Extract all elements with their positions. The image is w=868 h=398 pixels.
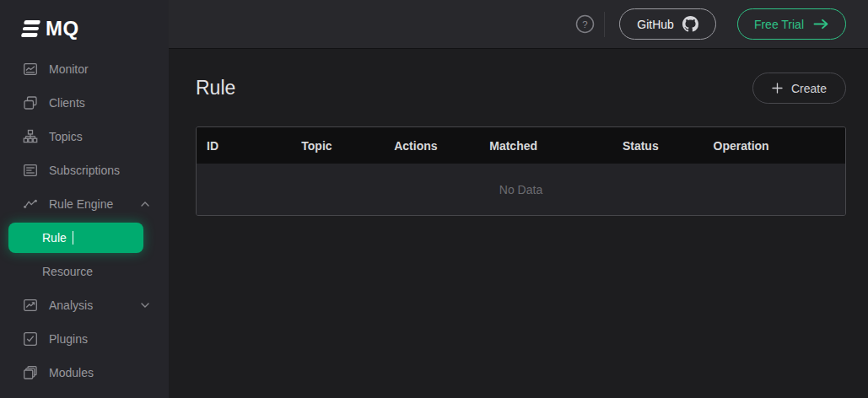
sidebar: MQ Monitor Clients [0,0,169,398]
sidebar-item-label: Subscriptions [49,164,120,177]
column-header-status: Status [612,139,704,153]
sidebar-item-label: Analysis [49,298,93,312]
sidebar-item-label: Plugins [49,332,88,346]
sidebar-item-clients[interactable]: Clients [0,86,169,120]
emq-logo: MQ [0,0,169,49]
arrow-right-icon [813,19,829,30]
column-header-id: ID [197,139,291,153]
sidebar-nav: Monitor Clients [0,52,169,390]
sidebar-subitem-label: Resource [42,265,93,278]
logo-text: MQ [46,17,79,40]
question-circle-icon[interactable]: ? [575,14,595,34]
github-icon [682,16,698,32]
main-content: Rule Create ID Topic Actions Matched Sta… [169,50,868,398]
sidebar-item-analysis[interactable]: Analysis [0,288,169,322]
create-button-label: Create [791,82,827,95]
rules-table: ID Topic Actions Matched Status Operatio… [196,126,846,216]
github-button-label: GitHub [637,18,674,31]
github-button[interactable]: GitHub [619,8,716,40]
sidebar-item-label: Topics [49,130,83,143]
sidebar-item-label: Rule Engine [49,197,113,211]
topbar-divider [604,12,605,37]
chevron-down-icon [141,303,149,308]
sidebar-item-rule-engine[interactable]: Rule Engine [0,187,169,221]
column-header-operation: Operation [704,139,845,153]
sidebar-item-label: Clients [49,96,85,110]
sidebar-subitem-label: Rule [42,231,67,245]
rule-engine-icon [23,196,38,212]
free-trial-button[interactable]: Free Trial [737,8,846,40]
table-empty-row: No Data [197,164,845,215]
sidebar-item-modules[interactable]: Modules [0,356,169,390]
emq-bars-logo [21,20,40,37]
modules-icon [23,365,38,380]
text-caret [73,231,74,245]
monitor-icon [23,62,38,77]
plus-icon [772,83,783,94]
clients-icon [23,95,38,110]
sidebar-subitem-resource[interactable]: Resource [0,255,169,288]
subscriptions-icon [23,163,38,178]
create-button[interactable]: Create [752,73,846,104]
page-header: Rule Create [196,73,846,104]
no-data-text: No Data [499,183,542,196]
free-trial-button-label: Free Trial [754,18,804,31]
sidebar-subitem-rule[interactable]: Rule [8,223,143,253]
column-header-topic: Topic [291,139,384,153]
chevron-up-icon [141,202,149,207]
sidebar-item-subscriptions[interactable]: Subscriptions [0,153,169,187]
sidebar-item-label: Modules [49,366,94,379]
sidebar-item-monitor[interactable]: Monitor [0,52,169,86]
column-header-matched: Matched [479,139,612,153]
sidebar-item-plugins[interactable]: Plugins [0,322,169,356]
topics-icon [23,129,38,144]
page-title: Rule [196,77,235,100]
sidebar-item-topics[interactable]: Topics [0,120,169,153]
plugins-icon [23,331,38,347]
analysis-icon [23,298,38,313]
table-header-row: ID Topic Actions Matched Status Operatio… [197,127,845,164]
column-header-actions: Actions [384,139,479,153]
topbar: ? GitHub Free Trial [169,0,868,49]
svg-text:?: ? [583,19,588,30]
sidebar-item-label: Monitor [49,62,89,76]
